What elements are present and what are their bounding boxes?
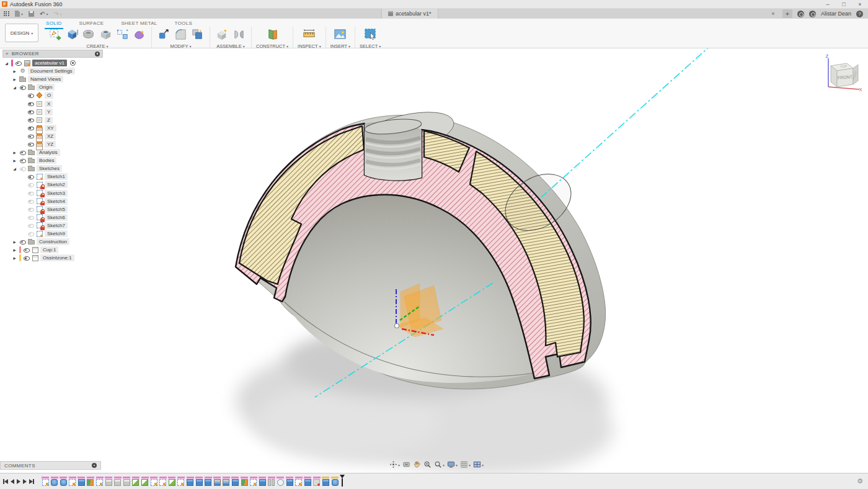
fillet-feature-icon[interactable] [169, 479, 175, 486]
step-forward-button[interactable] [23, 478, 27, 485]
tree-item-z[interactable]: Z [2, 116, 103, 124]
visibility-eye-icon[interactable] [23, 247, 30, 253]
visibility-eye-icon[interactable] [27, 190, 34, 196]
fillet-feature-icon[interactable] [132, 479, 139, 486]
tree-item-label[interactable]: YZ [45, 141, 56, 148]
tree-item-x[interactable]: X [2, 99, 103, 107]
timeline-feature-sketch[interactable] [96, 477, 104, 486]
sketch-feature-icon[interactable] [159, 479, 166, 486]
chevron-down-icon[interactable]: ▾ [469, 463, 471, 467]
tree-item-label[interactable]: Sketch4 [45, 198, 68, 205]
timeline-feature-fillet[interactable] [168, 477, 175, 486]
pair-feature-icon[interactable] [268, 479, 275, 486]
tree-item-document-settings[interactable]: ⚙Document Settings [2, 67, 103, 75]
chevron-down-icon[interactable]: ▾ [456, 463, 458, 467]
display-settings-tool[interactable]: ▾ [447, 460, 458, 471]
tree-item-label[interactable]: Sketch2 [45, 181, 68, 188]
sketch-feature-icon[interactable] [96, 479, 103, 486]
insert-image-icon[interactable] [332, 27, 348, 42]
tree-item-xz[interactable]: XZ [2, 132, 103, 140]
collapse-panel-icon[interactable]: « [6, 51, 9, 56]
sketch-feature-icon[interactable] [42, 479, 49, 486]
new-component-icon[interactable] [215, 27, 230, 42]
minimize-button[interactable]: – [820, 0, 836, 8]
orbit-tool[interactable]: ▾ [389, 460, 400, 471]
timeline-feature-stack[interactable] [223, 477, 230, 486]
model-viewport[interactable]: FRONT TOP RIGHT Z X « BROWSER acetabular… [0, 48, 868, 473]
plane-feature-icon[interactable] [241, 479, 248, 486]
tree-item-label[interactable]: Sketch9 [45, 230, 68, 237]
sketch-feature-icon[interactable] [177, 479, 184, 486]
timeline-feature-extrude[interactable] [78, 477, 85, 486]
plane-feature-icon[interactable] [87, 479, 94, 486]
file-menu-button[interactable]: ▾ [15, 11, 23, 17]
tree-item-o[interactable]: O [2, 91, 103, 99]
revolve-icon[interactable] [81, 27, 97, 42]
body-feature-icon[interactable] [114, 479, 121, 486]
timeline-feature-sketch[interactable] [250, 477, 257, 486]
visibility-eye-icon[interactable] [19, 150, 26, 156]
pin-icon[interactable] [92, 463, 97, 468]
visibility-eye-icon[interactable] [27, 182, 34, 188]
extrude-feature-icon[interactable] [187, 479, 193, 486]
chevron-down-icon[interactable]: ▾ [443, 463, 445, 467]
visibility-eye-icon[interactable] [27, 174, 34, 180]
timeline-feature-extrude[interactable] [286, 477, 293, 486]
expand-arrow-icon[interactable] [12, 150, 17, 155]
visibility-eye-icon[interactable] [19, 84, 26, 91]
close-tab-button[interactable]: × [769, 11, 777, 17]
circle-feature-icon[interactable] [277, 479, 284, 486]
expand-arrow-icon[interactable] [12, 76, 17, 82]
extrude-feature-icon[interactable] [304, 479, 311, 486]
expand-arrow-icon[interactable] [4, 60, 9, 66]
visibility-eye-icon[interactable] [27, 222, 34, 228]
tree-item-label[interactable]: Z [45, 117, 53, 123]
timeline-feature-plane[interactable] [87, 477, 94, 486]
press-pull-icon[interactable] [156, 27, 172, 42]
timeline-feature-stack[interactable] [213, 477, 221, 486]
look-at-tool[interactable] [402, 460, 410, 471]
tree-item-construction[interactable]: Construction [2, 238, 103, 246]
timeline-feature-sketch[interactable] [177, 477, 185, 486]
extrude-icon[interactable] [64, 27, 80, 42]
tree-item-label[interactable]: Sketches [37, 165, 62, 172]
visibility-eye-icon[interactable] [27, 214, 34, 220]
extrude-feature-icon[interactable] [196, 479, 203, 486]
visibility-eye-icon[interactable] [27, 101, 34, 107]
tree-item-label[interactable]: Ossintzone:1 [40, 254, 74, 261]
body-feature-icon[interactable] [123, 479, 130, 486]
tree-item-label[interactable]: XY [45, 125, 56, 132]
form-icon[interactable] [131, 27, 147, 42]
help-icon[interactable]: ? [856, 11, 863, 17]
timeline-feature-revolve[interactable] [331, 477, 339, 486]
sketch-feature-icon[interactable] [151, 479, 157, 486]
tree-item-label[interactable]: O [45, 92, 53, 99]
timeline-feature-extrude[interactable] [259, 477, 266, 486]
construction-plane-icon[interactable] [265, 27, 280, 42]
extrude-feature-icon[interactable] [322, 479, 329, 486]
tree-item-sketch4[interactable]: Sketch4 [2, 197, 103, 205]
comments-bar[interactable]: COMMENTS [0, 461, 101, 470]
view-cube[interactable]: FRONT TOP RIGHT Z X [815, 52, 863, 96]
expand-arrow-icon[interactable] [12, 247, 17, 253]
visibility-eye-icon[interactable] [27, 117, 34, 123]
pin-icon[interactable] [95, 52, 100, 56]
tree-item-label[interactable]: Named Views [28, 76, 63, 83]
sketch-feature-icon[interactable] [250, 479, 257, 486]
activate-component-radio[interactable] [70, 60, 76, 66]
model-scene[interactable] [0, 48, 868, 473]
threaded-hole[interactable] [364, 117, 422, 180]
timeline-feature-revolve[interactable] [51, 477, 58, 486]
tree-item-sketch7[interactable]: Sketch7 [2, 222, 103, 230]
tree-item-label[interactable]: Cup:1 [40, 246, 58, 253]
tree-item-sketch6[interactable]: Sketch6 [2, 213, 103, 222]
tree-item-sketch2[interactable]: Sketch2 [2, 181, 103, 189]
visibility-eye-icon[interactable] [19, 239, 26, 245]
timeline-feature-pair[interactable] [268, 477, 275, 486]
tree-item-label[interactable]: Y [45, 109, 53, 115]
document-tab[interactable]: acetabular v1* [381, 9, 438, 19]
workspace-switcher[interactable]: DESIGN ▾ [5, 24, 38, 42]
visibility-eye-icon[interactable] [27, 109, 34, 115]
grid-and-snaps-tool[interactable]: ▾ [460, 460, 471, 471]
close-button[interactable]: × [852, 0, 868, 8]
